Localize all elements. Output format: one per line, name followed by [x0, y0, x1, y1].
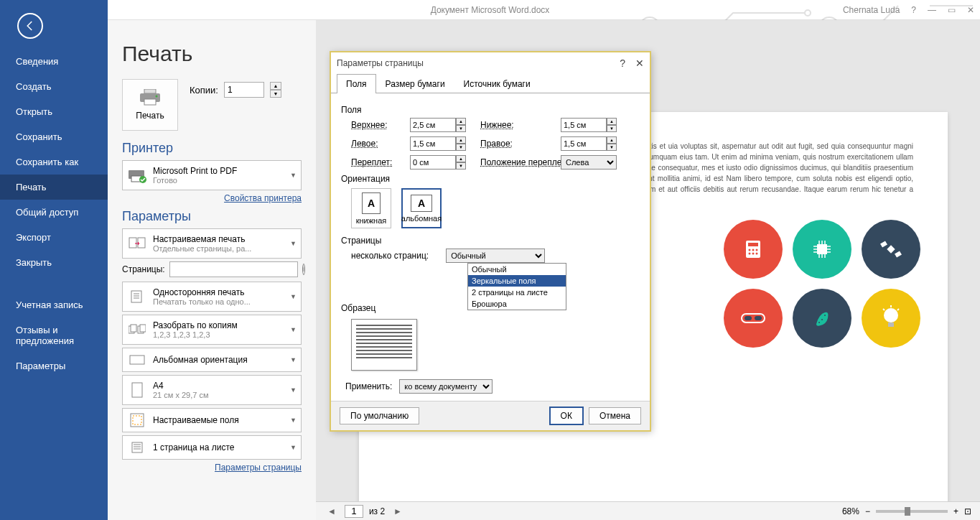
right-margin-input[interactable]	[561, 136, 607, 151]
collate-icon	[127, 320, 147, 340]
panel-title: Печать	[122, 42, 302, 66]
multi-option-2pages[interactable]: 2 страницы на листе	[468, 287, 566, 298]
bottom-margin-input[interactable]	[561, 118, 607, 132]
fields-group-label: Поля	[341, 105, 640, 115]
paper-size-select[interactable]: A421 см x 29,7 см ▼	[122, 375, 302, 405]
margins-icon	[127, 410, 147, 430]
top-margin-label: Верхнее:	[351, 120, 401, 130]
print-panel: Печать Печать Копии: ▲▼ Принтер Microsof…	[108, 20, 316, 520]
help-icon[interactable]: ?	[911, 5, 916, 15]
zoom-slider[interactable]	[876, 510, 948, 513]
sidebar-item-export[interactable]: Экспорт	[0, 225, 108, 250]
multi-option-booklet[interactable]: Брошюра	[468, 298, 566, 310]
multi-option-mirror[interactable]: Зеркальные поля	[468, 275, 566, 287]
sidebar-item-saveas[interactable]: Сохранить как	[0, 149, 108, 175]
ok-button[interactable]: ОК	[550, 407, 583, 424]
page-setup-link[interactable]: Параметры страницы	[122, 463, 302, 473]
sheet-icon	[127, 437, 147, 458]
svg-point-59	[884, 308, 898, 322]
gutter-pos-label: Положение переплета:	[480, 157, 552, 167]
svg-rect-18	[131, 325, 136, 332]
svg-rect-25	[132, 442, 142, 452]
svg-rect-11	[129, 238, 136, 248]
dialog-help-button[interactable]: ?	[620, 57, 625, 69]
right-margin-spin[interactable]: ▲▼	[607, 136, 617, 151]
next-page-button[interactable]: ►	[391, 506, 405, 516]
close-icon[interactable]: ✕	[967, 5, 974, 15]
sidebar-item-new[interactable]: Создать	[0, 74, 108, 99]
sidebar-item-options[interactable]: Параметры	[0, 353, 108, 379]
chevron-down-icon: ▼	[287, 172, 297, 179]
zoom-in-button[interactable]: +	[953, 506, 958, 516]
printer-properties-link[interactable]: Свойства принтера	[122, 193, 302, 203]
sidebar-item-print[interactable]: Печать	[0, 175, 108, 200]
pages-per-sheet-select[interactable]: 1 страница на листе ▼	[122, 435, 302, 460]
svg-rect-30	[748, 243, 758, 246]
bottom-margin-spin[interactable]: ▲▼	[607, 118, 617, 132]
portrait-icon: A	[362, 192, 381, 214]
pages-icon	[127, 233, 147, 254]
gutter-input[interactable]	[410, 155, 456, 170]
sidebar-item-info[interactable]: Сведения	[0, 49, 108, 74]
satellite-icon	[862, 220, 920, 279]
page-number-input[interactable]	[345, 505, 363, 518]
margins-select[interactable]: Настраиваемые поля ▼	[122, 408, 302, 432]
svg-rect-52	[895, 251, 902, 257]
landscape-icon	[127, 350, 147, 370]
cancel-button[interactable]: Отмена	[589, 407, 641, 424]
default-button[interactable]: По умолчанию	[340, 407, 419, 424]
sidebar-item-open[interactable]: Открыть	[0, 99, 108, 124]
gutter-label: Переплет:	[351, 157, 401, 167]
multi-pages-dropdown: Обычный Зеркальные поля 2 страницы на ли…	[467, 263, 566, 310]
left-margin-spin[interactable]: ▲▼	[456, 136, 466, 151]
sidebar-item-account[interactable]: Учетная запись	[0, 292, 108, 317]
sidebar-item-save[interactable]: Сохранить	[0, 124, 108, 149]
top-margin-spin[interactable]: ▲▼	[456, 118, 466, 132]
tab-margins[interactable]: Поля	[337, 74, 376, 93]
sides-select[interactable]: Односторонняя печатьПечатать только на о…	[122, 282, 302, 312]
printer-select[interactable]: Microsoft Print to PDF Готово ▼	[122, 160, 302, 190]
top-margin-input[interactable]	[410, 118, 456, 132]
preview-footer: ◄ из 2 ► 68% − + ⊡	[316, 501, 980, 520]
restore-icon[interactable]: ▭	[948, 5, 956, 15]
info-icon[interactable]: i	[302, 264, 305, 275]
multi-pages-select[interactable]: Обычный	[446, 249, 545, 263]
print-button[interactable]: Печать	[122, 79, 178, 131]
titlebar: Документ Microsoft Word.docx Chernata Lu…	[0, 0, 980, 20]
sidebar-item-close[interactable]: Закрыть	[0, 250, 108, 275]
orientation-select[interactable]: Альбомная ориентация ▼	[122, 348, 302, 372]
apply-label: Применить:	[345, 381, 392, 391]
tab-source[interactable]: Источник бумаги	[454, 74, 540, 93]
tab-paper[interactable]: Размер бумаги	[376, 74, 454, 93]
sidebar-item-share[interactable]: Общий доступ	[0, 200, 108, 225]
zoom-out-button[interactable]: −	[865, 506, 870, 516]
collate-select[interactable]: Разобрать по копиям1,2,3 1,2,3 1,2,3 ▼	[122, 315, 302, 345]
sidebar-item-feedback[interactable]: Отзывы и предложения	[0, 317, 108, 353]
prev-page-button[interactable]: ◄	[325, 506, 339, 516]
apply-to-select[interactable]: ко всему документу	[399, 379, 493, 394]
goggles-icon	[724, 289, 783, 348]
minimize-icon[interactable]: —	[928, 5, 936, 15]
svg-point-32	[752, 249, 755, 251]
svg-rect-4	[144, 89, 156, 93]
backstage-sidebar: Сведения Создать Открыть Сохранить Сохра…	[0, 0, 108, 520]
left-margin-input[interactable]	[410, 136, 456, 151]
copies-spinner[interactable]: ▲▼	[270, 82, 281, 98]
copies-input[interactable]	[224, 82, 264, 98]
back-button[interactable]	[17, 13, 43, 39]
gutter-pos-select[interactable]: Слева	[561, 155, 617, 170]
svg-line-62	[883, 309, 885, 310]
portrait-button[interactable]: A книжная	[351, 188, 391, 228]
fit-page-button[interactable]: ⊡	[964, 506, 971, 516]
zoom-value: 68%	[842, 506, 859, 516]
pages-group-label: Страницы	[341, 236, 640, 246]
multi-option-normal[interactable]: Обычный	[468, 264, 566, 275]
gutter-spin[interactable]: ▲▼	[456, 155, 466, 170]
dialog-close-button[interactable]: ✕	[635, 57, 644, 69]
orientation-group-label: Ориентация	[341, 174, 640, 184]
pages-label: Страницы:	[122, 264, 165, 274]
landscape-button[interactable]: A альбомная	[401, 188, 442, 228]
pages-input[interactable]	[169, 261, 298, 277]
print-range-select[interactable]: Настраиваемая печатьОтдельные страницы, …	[122, 228, 302, 259]
user-name[interactable]: Chernata Luda	[843, 5, 900, 15]
